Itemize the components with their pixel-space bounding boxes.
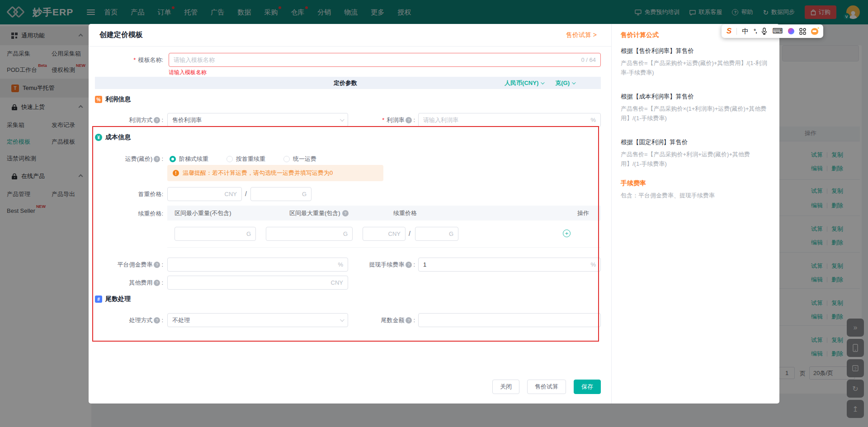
profit-rate-input[interactable]	[423, 117, 588, 123]
gram-suffix: G	[343, 230, 348, 237]
commission-rate-label: 平台佣金费率?:	[89, 258, 163, 272]
help-icon[interactable]: ?	[154, 156, 160, 162]
percent-suffix: %	[590, 117, 596, 123]
process-method-label: 处理方式?:	[89, 313, 163, 327]
fee-rate-body: 包含：平台佣金费率、提现手续费率	[621, 191, 770, 200]
radio-icon	[226, 156, 233, 162]
renewal-price-field[interactable]: CNY	[363, 227, 406, 241]
first-weight-grams-input[interactable]	[255, 191, 299, 197]
price-trial-button[interactable]: 售价试算	[527, 380, 566, 394]
formula-heading: 根据【售价利润率】算售价	[621, 47, 770, 55]
freight-warning-alert: ! 温馨提醒：若不计算运费，请勾选统一运费并填写运费为0	[167, 165, 383, 181]
process-method-select[interactable]: 不处理	[167, 313, 348, 327]
help-icon[interactable]: ?	[406, 262, 412, 268]
renewal-weight-table: 区间最小重量(不包含) 区间最大重量(包含)? 续重价格 操作 G G	[167, 206, 601, 248]
profit-method-select[interactable]: 售价利润率	[167, 113, 348, 127]
radio-tiered-weight[interactable]: 阶梯式续重	[170, 155, 208, 163]
first-weight-grams-field[interactable]: G	[250, 187, 311, 201]
min-weight-field[interactable]: G	[175, 227, 256, 241]
price-trial-link[interactable]: 售价试算 >	[566, 31, 597, 39]
radio-selected-icon	[170, 156, 176, 162]
withdraw-fee-input[interactable]	[423, 261, 588, 268]
chevron-down-icon	[572, 80, 576, 84]
commission-rate-input[interactable]	[172, 261, 335, 268]
help-icon[interactable]: ?	[406, 117, 412, 123]
tail-section-title: # 尾数处理	[95, 295, 131, 303]
first-weight-price-input[interactable]	[172, 191, 222, 197]
max-weight-field[interactable]: G	[266, 227, 353, 241]
commission-rate-field[interactable]: %	[167, 258, 348, 272]
profit-rate-label: *利润率?:	[340, 113, 415, 127]
formula-heading: 根据【固定利润】算售价	[621, 138, 770, 146]
modal-form-column: 创建定价模板 售价试算 > *模板名称: 0 / 64 请输入模板名称 定价参数…	[89, 24, 611, 404]
min-weight-input[interactable]	[179, 230, 244, 237]
tail-amount-field[interactable]	[418, 313, 601, 327]
renewal-table-row: G G CNY / G +	[167, 221, 601, 248]
tail-amount-input[interactable]	[423, 317, 596, 324]
ime-language-toggle[interactable]: 中	[742, 27, 749, 36]
renewal-grams-input[interactable]	[420, 230, 446, 237]
withdraw-fee-field[interactable]: %	[418, 258, 601, 272]
fee-rate-title: 手续费率	[621, 179, 770, 188]
radio-uniform-freight[interactable]: 统一运费	[283, 155, 316, 163]
formula-heading: 根据【成本利润率】算售价	[621, 93, 770, 101]
cny-suffix: CNY	[331, 279, 343, 286]
freight-radio-group: 阶梯式续重 按首重续重 统一运费	[170, 152, 316, 166]
pricing-params-bar: 定价参数 人民币(CNY) 克(G)	[95, 77, 601, 89]
renewal-price-label: 续重价格:	[89, 206, 163, 221]
create-pricing-template-modal: 创建定价模板 售价试算 > *模板名称: 0 / 64 请输入模板名称 定价参数…	[89, 24, 779, 404]
tail-amount-label: 尾数金额?:	[340, 313, 415, 327]
keyboard-icon[interactable]: ⌨	[772, 28, 783, 35]
cost-section-icon: ¥	[95, 134, 102, 141]
col-min-weight: 区间最小重量(不包含)	[167, 209, 289, 217]
profit-section-title: % 利润信息	[95, 95, 131, 103]
max-weight-input[interactable]	[271, 230, 340, 237]
char-counter: 0 / 64	[581, 56, 596, 63]
first-weight-label: 首重价格:	[89, 187, 163, 201]
microphone-icon[interactable]	[761, 28, 767, 35]
other-fee-field[interactable]: CNY	[167, 276, 348, 290]
renewal-price-input[interactable]	[368, 230, 386, 237]
other-fee-input[interactable]	[172, 279, 328, 286]
gram-suffix: G	[302, 191, 307, 197]
help-icon[interactable]: ?	[154, 262, 160, 268]
template-name-error: 请输入模板名称	[169, 69, 207, 76]
template-name-label: *模板名称:	[89, 53, 163, 67]
gram-suffix: G	[449, 230, 453, 237]
currency-select[interactable]: 人民币(CNY)	[505, 79, 543, 87]
process-method-value: 不处理	[172, 316, 190, 324]
radio-first-renewal-weight[interactable]: 按首重续重	[226, 155, 265, 163]
help-icon[interactable]: ?	[342, 210, 349, 216]
cny-suffix: CNY	[388, 230, 401, 237]
help-icon[interactable]: ?	[154, 317, 160, 324]
save-button[interactable]: 保存	[574, 380, 601, 394]
gram-suffix: G	[246, 230, 251, 237]
help-icon[interactable]: ?	[154, 117, 160, 123]
weight-unit-select[interactable]: 克(G)	[555, 79, 575, 87]
divider	[736, 28, 737, 35]
template-name-input[interactable]	[174, 56, 578, 63]
slash-separator: /	[245, 190, 247, 197]
modal-header: 创建定价模板 售价试算 >	[89, 24, 611, 47]
first-weight-price-field[interactable]: CNY	[167, 187, 242, 201]
ime-mascot-icon[interactable]: ✦	[811, 28, 818, 35]
help-icon[interactable]: ?	[154, 280, 160, 286]
profit-method-label: 利润方式?:	[89, 113, 163, 127]
ime-punctuation-toggle[interactable]: °,	[754, 28, 756, 34]
freight-label: 运费(藏价)?:	[89, 152, 163, 166]
cny-suffix: CNY	[225, 191, 237, 197]
help-icon[interactable]: ?	[406, 317, 412, 324]
pricing-params-title: 定价参数	[186, 79, 505, 87]
profit-section-icon: %	[95, 96, 102, 103]
ime-toolbar: S 中 °, ⌨ ✦	[722, 24, 823, 38]
toolbox-grid-icon[interactable]	[799, 28, 806, 35]
template-name-field[interactable]: 0 / 64	[169, 53, 601, 67]
renewal-table-header: 区间最小重量(不包含) 区间最大重量(包含)? 续重价格 操作	[167, 206, 601, 221]
skin-palette-icon[interactable]	[788, 28, 794, 34]
add-row-icon[interactable]: +	[563, 230, 571, 237]
profit-rate-field[interactable]: %	[418, 113, 601, 127]
close-button[interactable]: 关闭	[492, 380, 519, 394]
col-operation: 操作	[547, 209, 601, 217]
sogou-logo-icon[interactable]: S	[726, 27, 731, 36]
renewal-grams-field[interactable]: G	[415, 227, 458, 241]
